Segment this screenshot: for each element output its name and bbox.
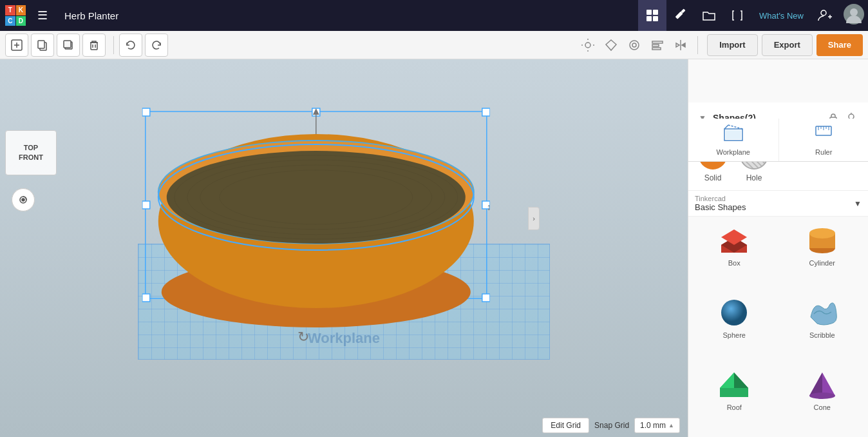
hammer-icon[interactable]	[666, 0, 695, 31]
rotate-top-arrow: ↺	[310, 102, 322, 105]
svg-rect-40	[142, 294, 150, 302]
shape-item-box[interactable]: Box	[693, 222, 775, 287]
sphere-label: Sphere	[723, 331, 746, 339]
folder-icon[interactable]	[695, 0, 723, 31]
shapes-library-header[interactable]: Tinkercad Basic Shapes ▼	[688, 191, 868, 217]
add-user-button[interactable]	[811, 0, 840, 31]
shapes-lib-sublabel: Tinkercad	[695, 195, 854, 202]
top-tools-panel: Workplane Ruler	[688, 119, 868, 162]
export-button[interactable]: Export	[762, 34, 813, 56]
delete-button[interactable]	[82, 34, 106, 57]
shapes-lib-label: Basic Shapes	[695, 202, 854, 212]
brackets-icon[interactable]	[723, 0, 751, 31]
svg-rect-41	[482, 294, 490, 302]
svg-rect-39	[482, 108, 490, 116]
svg-rect-38	[142, 108, 150, 116]
svg-rect-2	[646, 16, 652, 21]
view-cube-top[interactable]: TOP	[24, 143, 38, 153]
import-button[interactable]: Import	[707, 34, 757, 56]
rotate-bottom-arrow: ↻	[297, 329, 309, 345]
svg-point-85	[809, 393, 835, 399]
sidebar-toggle[interactable]: ›	[528, 207, 540, 230]
workplane-tool[interactable]: Workplane	[688, 119, 779, 161]
menu-icon[interactable]: ☰	[31, 0, 54, 31]
roof-thumbnail	[715, 369, 753, 401]
view-cube-front[interactable]: FRONT	[19, 153, 43, 162]
planter-object[interactable]: ↺ ↻	[142, 102, 490, 347]
view-ortho-btn[interactable]	[623, 34, 646, 57]
workplane-label: Workplane	[717, 148, 750, 156]
user-avatar[interactable]	[840, 0, 868, 31]
svg-rect-0	[646, 10, 652, 15]
box-thumbnail	[715, 224, 753, 257]
svg-rect-17	[64, 41, 71, 48]
svg-rect-3	[653, 16, 658, 21]
svg-rect-44	[142, 201, 150, 209]
ruler-tool[interactable]: Ruler	[779, 119, 869, 161]
cylinder-thumbnail	[803, 224, 842, 257]
top-bar: T K C D ☰ Herb Planter What's New	[0, 0, 868, 31]
logo-ca: C	[5, 16, 15, 26]
sphere-thumbnail	[715, 296, 753, 329]
svg-point-78	[809, 228, 835, 238]
shapes-lib-dropdown-arrow[interactable]: ▼	[854, 199, 862, 208]
hole-label: Hole	[746, 173, 762, 182]
shape-item-roof[interactable]: Roof	[693, 366, 775, 432]
edit-grid-button[interactable]: Edit Grid	[542, 418, 589, 433]
svg-text:↕: ↕	[487, 202, 490, 212]
view-perspective-btn[interactable]	[599, 34, 623, 57]
toolbar2: Import Export Share	[0, 31, 868, 59]
snap-grid-value[interactable]: 1.0 mm ▲	[634, 418, 680, 433]
svg-marker-33	[682, 43, 685, 47]
logo-tin: T	[5, 5, 15, 15]
solid-label: Solid	[704, 173, 722, 182]
shape-item-cone[interactable]: Cone	[782, 366, 863, 432]
redo-button[interactable]	[145, 34, 168, 57]
svg-rect-30	[652, 48, 661, 50]
svg-marker-81	[734, 373, 748, 388]
duplicate-button[interactable]	[57, 34, 80, 57]
view-cube[interactable]: TOP FRONT	[5, 130, 57, 175]
toolbar-separator-2	[697, 36, 698, 54]
shape-item-scribble[interactable]: Scribble	[782, 294, 863, 360]
svg-point-52	[167, 151, 466, 244]
mirror-btn[interactable]	[669, 34, 692, 57]
box-label: Box	[728, 259, 741, 267]
viewport[interactable]: TOP FRONT + −	[0, 59, 688, 437]
grid-view-icon[interactable]	[638, 0, 666, 31]
scribble-thumbnail	[803, 296, 842, 329]
svg-line-60	[724, 125, 728, 129]
canvas-area: Workplane ↺	[0, 59, 688, 437]
scribble-label: Scribble	[809, 331, 835, 339]
svg-marker-75	[721, 229, 747, 245]
roof-label: Roof	[727, 403, 742, 411]
project-title[interactable]: Herb Planter	[54, 10, 129, 21]
fit-all-button[interactable]	[12, 188, 35, 211]
cone-thumbnail	[803, 369, 842, 401]
svg-point-10	[850, 8, 858, 16]
align-btn[interactable]	[646, 34, 669, 57]
shape-item-cylinder[interactable]: Cylinder	[782, 222, 863, 287]
svg-rect-28	[652, 41, 663, 43]
svg-point-27	[632, 43, 636, 47]
svg-marker-82	[720, 373, 734, 388]
whats-new-button[interactable]: What's New	[751, 0, 811, 31]
ruler-icon	[813, 124, 834, 146]
svg-rect-29	[652, 44, 659, 46]
new-shape-button[interactable]	[5, 34, 28, 57]
copy-url-button[interactable]	[31, 34, 54, 57]
undo-button[interactable]	[119, 34, 142, 57]
svg-rect-4	[675, 12, 683, 19]
shape-item-sphere[interactable]: Sphere	[693, 294, 775, 360]
svg-marker-32	[676, 43, 679, 47]
svg-point-21	[585, 43, 590, 48]
svg-rect-1	[653, 10, 658, 15]
light-toggle[interactable]	[576, 34, 599, 57]
share-button[interactable]: Share	[816, 34, 863, 56]
cylinder-label: Cylinder	[809, 259, 835, 267]
toolbar-separator-1	[113, 36, 114, 54]
svg-rect-62	[726, 130, 741, 139]
workplane-icon	[723, 124, 744, 146]
right-panel: Workplane Ruler ▼ Shapes(	[688, 59, 868, 437]
svg-line-61	[728, 125, 742, 129]
